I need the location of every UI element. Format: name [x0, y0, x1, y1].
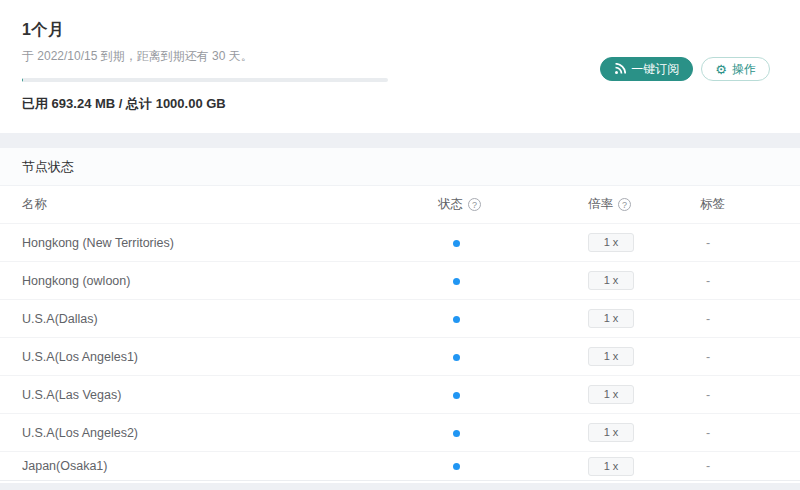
node-status-card: 节点状态 名称 状态 ? 倍率 ? 标签 Hongkong (New Terri…: [0, 148, 800, 483]
column-header-status: 状态 ?: [438, 196, 588, 213]
subscribe-button-label: 一键订阅: [631, 63, 679, 75]
usage-text: 已用 693.24 MB / 总计 1000.00 GB: [22, 95, 770, 113]
node-tags: -: [700, 459, 800, 473]
rate-badge: 1 x: [588, 271, 634, 290]
node-tags: -: [700, 350, 800, 364]
action-button-label: 操作: [732, 63, 756, 75]
status-dot-online: [453, 354, 460, 361]
usage-progress-bar: [22, 78, 388, 82]
status-dot-online: [453, 278, 460, 285]
rate-badge: 1 x: [588, 309, 634, 328]
table-row: Hongkong (owloon) 1 x -: [0, 262, 800, 300]
rate-badge: 1 x: [588, 385, 634, 404]
column-header-rate-label: 倍率: [588, 196, 613, 213]
gear-icon: ⚙: [715, 63, 727, 76]
node-name: U.S.A(Dallas): [22, 312, 438, 326]
node-tags: -: [700, 236, 800, 250]
rate-badge: 1 x: [588, 233, 634, 252]
rate-badge: 1 x: [588, 423, 634, 442]
column-header-status-label: 状态: [438, 196, 463, 213]
node-tags: -: [700, 312, 800, 326]
status-help-icon[interactable]: ?: [468, 198, 481, 211]
status-dot-online: [453, 463, 460, 470]
rate-badge: 1 x: [588, 457, 634, 476]
node-tags: -: [700, 426, 800, 440]
node-status-title: 节点状态: [0, 148, 800, 186]
node-name: Hongkong (owloon): [22, 274, 438, 288]
subscribe-button[interactable]: 一键订阅: [600, 57, 693, 81]
rate-help-icon[interactable]: ?: [618, 198, 631, 211]
rss-icon: [614, 63, 626, 75]
table-header-row: 名称 状态 ? 倍率 ? 标签: [0, 186, 800, 224]
node-name: U.S.A(Los Angeles1): [22, 350, 438, 364]
node-name: U.S.A(Las Vegas): [22, 388, 438, 402]
node-tags: -: [700, 274, 800, 288]
column-header-tags: 标签: [700, 196, 800, 213]
node-name: Hongkong (New Territories): [22, 236, 438, 250]
node-name: U.S.A(Los Angeles2): [22, 426, 438, 440]
plan-card: 1个月 于 2022/10/15 到期，距离到期还有 30 天。 已用 693.…: [0, 0, 800, 133]
table-row: U.S.A(Dallas) 1 x -: [0, 300, 800, 338]
action-button[interactable]: ⚙ 操作: [701, 57, 770, 81]
plan-actions: 一键订阅 ⚙ 操作: [600, 57, 770, 81]
status-dot-online: [453, 392, 460, 399]
table-row: Japan(Osaka1) 1 x -: [0, 452, 800, 481]
rate-badge: 1 x: [588, 347, 634, 366]
node-tags: -: [700, 388, 800, 402]
status-dot-online: [453, 316, 460, 323]
table-row: U.S.A(Los Angeles2) 1 x -: [0, 414, 800, 452]
plan-title: 1个月: [22, 20, 770, 41]
section-gap: [0, 133, 800, 148]
column-header-rate: 倍率 ?: [588, 196, 700, 213]
status-dot-online: [453, 240, 460, 247]
column-header-name: 名称: [22, 196, 438, 213]
table-row: U.S.A(Los Angeles1) 1 x -: [0, 338, 800, 376]
table-row: U.S.A(Las Vegas) 1 x -: [0, 376, 800, 414]
node-name: Japan(Osaka1): [22, 459, 438, 473]
status-dot-online: [453, 430, 460, 437]
table-row: Hongkong (New Territories) 1 x -: [0, 224, 800, 262]
